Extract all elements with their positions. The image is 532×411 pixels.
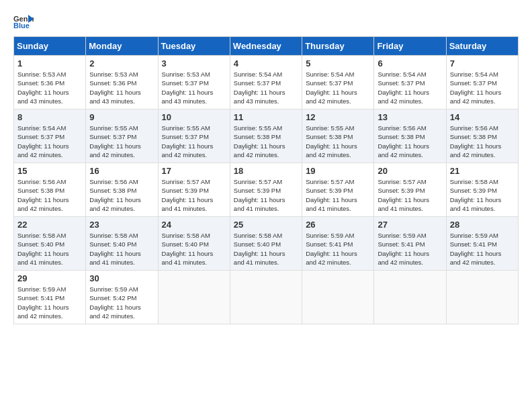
day-info: Sunrise: 5:55 AM Sunset: 5:37 PM Dayligh…: [89, 124, 154, 159]
week-row-4: 29Sunrise: 5:59 AM Sunset: 5:41 PM Dayli…: [14, 271, 519, 324]
day-number: 2: [89, 58, 154, 68]
calendar-cell: 1Sunrise: 5:53 AM Sunset: 5:36 PM Daylig…: [14, 56, 86, 109]
logo: General Blue: [13, 13, 34, 30]
header-cell-friday: Friday: [374, 37, 446, 56]
calendar-cell: 7Sunrise: 5:54 AM Sunset: 5:37 PM Daylig…: [446, 56, 518, 109]
day-number: 28: [450, 220, 515, 230]
day-info: Sunrise: 5:59 AM Sunset: 5:41 PM Dayligh…: [17, 285, 82, 320]
day-number: 12: [306, 112, 370, 122]
day-info: Sunrise: 5:59 AM Sunset: 5:41 PM Dayligh…: [378, 231, 442, 267]
calendar-table: SundayMondayTuesdayWednesdayThursdayFrid…: [13, 36, 519, 324]
calendar-cell: 4Sunrise: 5:54 AM Sunset: 5:37 PM Daylig…: [230, 56, 302, 109]
calendar-cell: 30Sunrise: 5:59 AM Sunset: 5:42 PM Dayli…: [86, 271, 158, 324]
day-number: 14: [450, 112, 515, 122]
calendar-cell: 3Sunrise: 5:53 AM Sunset: 5:37 PM Daylig…: [158, 56, 230, 109]
calendar-cell: [302, 271, 374, 324]
day-info: Sunrise: 5:53 AM Sunset: 5:37 PM Dayligh…: [162, 70, 226, 105]
calendar-cell: 23Sunrise: 5:58 AM Sunset: 5:40 PM Dayli…: [86, 217, 158, 271]
calendar-cell: [158, 271, 230, 324]
day-info: Sunrise: 5:58 AM Sunset: 5:39 PM Dayligh…: [450, 177, 515, 213]
calendar-cell: 14Sunrise: 5:56 AM Sunset: 5:38 PM Dayli…: [446, 109, 518, 163]
day-info: Sunrise: 5:57 AM Sunset: 5:39 PM Dayligh…: [378, 177, 442, 213]
calendar-cell: 2Sunrise: 5:53 AM Sunset: 5:36 PM Daylig…: [86, 56, 158, 109]
calendar-cell: 8Sunrise: 5:54 AM Sunset: 5:37 PM Daylig…: [14, 109, 86, 163]
day-info: Sunrise: 5:54 AM Sunset: 5:37 PM Dayligh…: [234, 70, 298, 105]
calendar-cell: 6Sunrise: 5:54 AM Sunset: 5:37 PM Daylig…: [374, 56, 446, 109]
day-info: Sunrise: 5:56 AM Sunset: 5:38 PM Dayligh…: [450, 124, 515, 159]
day-info: Sunrise: 5:57 AM Sunset: 5:39 PM Dayligh…: [162, 177, 226, 213]
calendar-cell: 28Sunrise: 5:59 AM Sunset: 5:41 PM Dayli…: [446, 217, 518, 271]
day-number: 7: [450, 58, 515, 68]
header: General Blue: [13, 13, 519, 30]
logo-icon: General Blue: [13, 13, 34, 30]
day-info: Sunrise: 5:57 AM Sunset: 5:39 PM Dayligh…: [306, 177, 370, 213]
day-number: 4: [234, 58, 298, 68]
calendar-cell: 13Sunrise: 5:56 AM Sunset: 5:38 PM Dayli…: [374, 109, 446, 163]
day-info: Sunrise: 5:59 AM Sunset: 5:41 PM Dayligh…: [306, 231, 370, 267]
day-number: 29: [17, 273, 82, 283]
day-info: Sunrise: 5:56 AM Sunset: 5:38 PM Dayligh…: [89, 177, 154, 213]
day-number: 5: [306, 58, 370, 68]
week-row-3: 22Sunrise: 5:58 AM Sunset: 5:40 PM Dayli…: [14, 217, 519, 271]
day-number: 6: [378, 58, 442, 68]
day-info: Sunrise: 5:55 AM Sunset: 5:37 PM Dayligh…: [162, 124, 226, 159]
day-number: 13: [378, 112, 442, 122]
day-info: Sunrise: 5:54 AM Sunset: 5:37 PM Dayligh…: [306, 70, 370, 105]
day-info: Sunrise: 5:55 AM Sunset: 5:38 PM Dayligh…: [306, 124, 370, 159]
week-row-1: 8Sunrise: 5:54 AM Sunset: 5:37 PM Daylig…: [14, 109, 519, 163]
header-cell-monday: Monday: [86, 37, 158, 56]
day-info: Sunrise: 5:57 AM Sunset: 5:39 PM Dayligh…: [234, 177, 298, 213]
header-cell-wednesday: Wednesday: [230, 37, 302, 56]
day-info: Sunrise: 5:53 AM Sunset: 5:36 PM Dayligh…: [89, 70, 154, 105]
calendar-cell: 10Sunrise: 5:55 AM Sunset: 5:37 PM Dayli…: [158, 109, 230, 163]
day-info: Sunrise: 5:58 AM Sunset: 5:40 PM Dayligh…: [17, 231, 82, 267]
day-info: Sunrise: 5:58 AM Sunset: 5:40 PM Dayligh…: [234, 231, 298, 267]
day-number: 1: [17, 58, 82, 68]
header-cell-saturday: Saturday: [446, 37, 518, 56]
day-info: Sunrise: 5:56 AM Sunset: 5:38 PM Dayligh…: [17, 177, 82, 213]
calendar-cell: 17Sunrise: 5:57 AM Sunset: 5:39 PM Dayli…: [158, 163, 230, 217]
calendar-cell: 15Sunrise: 5:56 AM Sunset: 5:38 PM Dayli…: [14, 163, 86, 217]
day-number: 22: [17, 220, 82, 230]
day-number: 24: [162, 220, 226, 230]
day-number: 20: [378, 166, 442, 176]
calendar-cell: 29Sunrise: 5:59 AM Sunset: 5:41 PM Dayli…: [14, 271, 86, 324]
day-info: Sunrise: 5:54 AM Sunset: 5:37 PM Dayligh…: [378, 70, 442, 105]
day-number: 19: [306, 166, 370, 176]
header-cell-sunday: Sunday: [14, 37, 86, 56]
day-info: Sunrise: 5:58 AM Sunset: 5:40 PM Dayligh…: [162, 231, 226, 267]
day-info: Sunrise: 5:58 AM Sunset: 5:40 PM Dayligh…: [89, 231, 154, 267]
day-number: 15: [17, 166, 82, 176]
week-row-0: 1Sunrise: 5:53 AM Sunset: 5:36 PM Daylig…: [14, 56, 519, 109]
day-info: Sunrise: 5:54 AM Sunset: 5:37 PM Dayligh…: [450, 70, 515, 105]
calendar-cell: 27Sunrise: 5:59 AM Sunset: 5:41 PM Dayli…: [374, 217, 446, 271]
day-number: 18: [234, 166, 298, 176]
day-number: 25: [234, 220, 298, 230]
day-info: Sunrise: 5:59 AM Sunset: 5:42 PM Dayligh…: [89, 285, 154, 320]
svg-text:Blue: Blue: [13, 21, 30, 30]
calendar-cell: [230, 271, 302, 324]
day-number: 27: [378, 220, 442, 230]
day-number: 11: [234, 112, 298, 122]
calendar-cell: 16Sunrise: 5:56 AM Sunset: 5:38 PM Dayli…: [86, 163, 158, 217]
header-row: SundayMondayTuesdayWednesdayThursdayFrid…: [14, 37, 519, 56]
day-number: 17: [162, 166, 226, 176]
calendar-cell: 11Sunrise: 5:55 AM Sunset: 5:38 PM Dayli…: [230, 109, 302, 163]
day-number: 3: [162, 58, 226, 68]
day-number: 10: [162, 112, 226, 122]
calendar-cell: 20Sunrise: 5:57 AM Sunset: 5:39 PM Dayli…: [374, 163, 446, 217]
day-number: 9: [89, 112, 154, 122]
week-row-2: 15Sunrise: 5:56 AM Sunset: 5:38 PM Dayli…: [14, 163, 519, 217]
day-number: 30: [89, 273, 154, 283]
day-info: Sunrise: 5:54 AM Sunset: 5:37 PM Dayligh…: [17, 124, 82, 159]
calendar-cell: 5Sunrise: 5:54 AM Sunset: 5:37 PM Daylig…: [302, 56, 374, 109]
header-cell-thursday: Thursday: [302, 37, 374, 56]
day-info: Sunrise: 5:56 AM Sunset: 5:38 PM Dayligh…: [378, 124, 442, 159]
day-number: 23: [89, 220, 154, 230]
day-number: 8: [17, 112, 82, 122]
calendar-cell: 21Sunrise: 5:58 AM Sunset: 5:39 PM Dayli…: [446, 163, 518, 217]
calendar-cell: [374, 271, 446, 324]
day-info: Sunrise: 5:59 AM Sunset: 5:41 PM Dayligh…: [450, 231, 515, 267]
day-info: Sunrise: 5:55 AM Sunset: 5:38 PM Dayligh…: [234, 124, 298, 159]
header-cell-tuesday: Tuesday: [158, 37, 230, 56]
